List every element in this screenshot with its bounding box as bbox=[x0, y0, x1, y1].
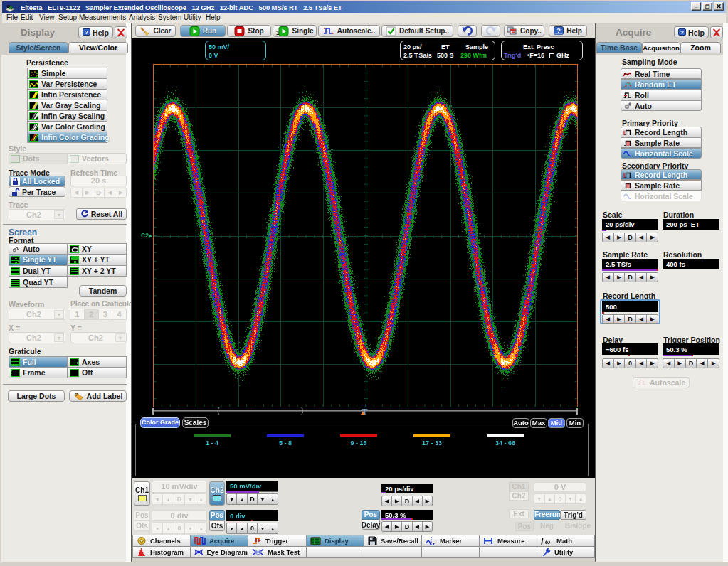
svg-text:?: ? bbox=[556, 27, 561, 34]
svg-text:ω: ω bbox=[545, 538, 550, 545]
svg-text:?: ? bbox=[85, 29, 88, 36]
svg-text:?: ? bbox=[680, 29, 684, 36]
svg-text:f: f bbox=[541, 536, 544, 545]
